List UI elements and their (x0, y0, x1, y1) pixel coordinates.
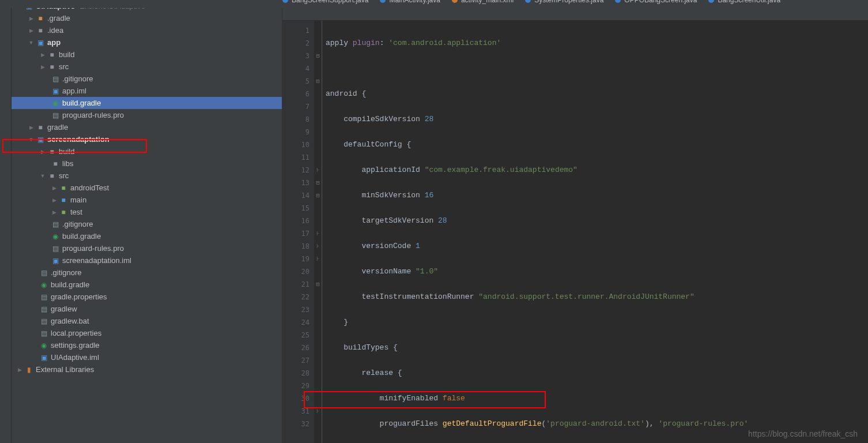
folder-icon: ■ (47, 50, 56, 59)
folder-icon: ■ (59, 208, 68, 217)
folder-icon: ■ (36, 123, 45, 132)
tree-idea-dir[interactable]: ▶■.idea (12, 24, 282, 36)
tree-sa-src[interactable]: ▼■src (12, 170, 282, 182)
tab-mainactivity[interactable]: MainActivity.java (374, 0, 446, 7)
gradle-icon: ◉ (51, 99, 60, 108)
tree-root-gitignore[interactable]: ▤.gitignore (12, 266, 282, 279)
tree-sa-main[interactable]: ▶■main (12, 194, 282, 206)
tab-systemproperties[interactable]: SystemProperties.java (519, 0, 609, 7)
chevron-right-icon: ▶ (51, 209, 58, 215)
tree-app-build[interactable]: ▶■build (12, 48, 282, 61)
tree-local-properties[interactable]: ▤local.properties (12, 327, 282, 339)
watermark: https://blog.csdn.net/freak_csh (748, 429, 858, 438)
chevron-down-icon: ▼ (39, 173, 46, 179)
chevron-right-icon: ▶ (39, 64, 46, 70)
tab-activity-main[interactable]: activity_main.xml (446, 0, 519, 7)
properties-icon: ▤ (39, 292, 48, 302)
chevron-down-icon: ▼ (28, 40, 35, 46)
java-icon (708, 0, 714, 3)
tree-external-libs[interactable]: ▶▮External Libraries (12, 363, 282, 376)
folder-icon: ■ (51, 159, 60, 168)
code-content[interactable]: apply plugin: 'com.android.application' … (322, 21, 868, 443)
iml-icon: ▣ (51, 87, 60, 96)
gradle-icon: ◉ (39, 341, 48, 350)
iml-icon: ▣ (39, 353, 48, 362)
file-icon: ▤ (51, 220, 60, 229)
chevron-right-icon: ▶ (51, 197, 58, 203)
file-icon: ▤ (51, 74, 60, 84)
tree-gradlew[interactable]: ▤gradlew (12, 303, 282, 315)
tree-app-proguard[interactable]: ▤proguard-rules.pro (12, 109, 282, 121)
folder-icon: ■ (47, 62, 56, 72)
tree-sa-build-gradle[interactable]: ◉build.gradle (12, 230, 282, 242)
gradle-icon: ◉ (39, 280, 48, 290)
editor[interactable]: 1234567891011121314151617181920212223242… (282, 0, 868, 443)
highlight-implementation-line (304, 391, 546, 408)
tree-gradle-properties[interactable]: ▤gradle.properties (12, 291, 282, 303)
java-icon (615, 0, 621, 3)
tree-gradle[interactable]: ▶■gradle (12, 121, 282, 133)
properties-icon: ▤ (39, 329, 48, 338)
fold-gutter[interactable]: ⊟ ⊟ ⊦⊟⊟ ⊦⊦⊦ ⊟ ⊦ (314, 21, 322, 443)
chevron-right-icon: ▶ (51, 185, 58, 191)
tree-sa-gitignore[interactable]: ▤.gitignore (12, 218, 282, 230)
file-icon: ▤ (51, 111, 60, 120)
tree-gradle-dir[interactable]: ▶■.gradle (12, 12, 282, 24)
library-icon: ▮ (24, 365, 33, 374)
highlight-screenadaptation (2, 139, 147, 153)
project-tree[interactable]: ▼ ▣ UIAdaptive E:\clone\UIAdaptive ▶■.gr… (12, 0, 282, 443)
tree-sa-androidtest[interactable]: ▶■androidTest (12, 182, 282, 194)
chevron-right-icon: ▶ (28, 28, 35, 33)
tree-sa-libs[interactable]: ■libs (12, 157, 282, 170)
tab-bangscreensupport[interactable]: BangScreenSupport.java (277, 0, 374, 7)
module-icon: ▣ (36, 38, 45, 47)
chevron-right-icon: ▶ (16, 367, 23, 373)
folder-icon: ■ (36, 26, 45, 35)
tool-window-bar[interactable] (0, 0, 12, 443)
folder-icon: ■ (47, 171, 56, 181)
tree-app[interactable]: ▼▣app (12, 36, 282, 48)
editor-tabs[interactable]: BangScreenSupport.java MainActivity.java… (0, 0, 868, 8)
line-numbers: 1234567891011121314151617181920212223242… (282, 21, 314, 443)
tree-root-iml[interactable]: ▣UIAdaptive.iml (12, 351, 282, 363)
folder-icon: ■ (59, 196, 68, 205)
file-icon: ▤ (51, 244, 60, 253)
tree-app-gitignore[interactable]: ▤.gitignore (12, 73, 282, 85)
tree-gradlew-bat[interactable]: ▤gradlew.bat (12, 315, 282, 327)
tree-sa-test[interactable]: ▶■test (12, 206, 282, 218)
tab-bangscreenutil[interactable]: BangScreenUtil.java (703, 0, 786, 7)
chevron-right-icon: ▶ (28, 125, 35, 130)
iml-icon: ▣ (51, 256, 60, 265)
chevron-right-icon: ▶ (39, 52, 46, 58)
tab-oppobangscreen[interactable]: OPPOBangScreen.java (609, 0, 703, 7)
xml-icon (452, 0, 458, 3)
tree-sa-proguard[interactable]: ▤proguard-rules.pro (12, 242, 282, 254)
tree-root-build-gradle[interactable]: ◉build.gradle (12, 279, 282, 291)
tree-app-iml[interactable]: ▣app.iml (12, 85, 282, 97)
java-icon (282, 0, 288, 3)
folder-icon: ■ (36, 14, 45, 23)
tree-app-src[interactable]: ▶■src (12, 61, 282, 73)
java-icon (380, 0, 386, 3)
tree-settings-gradle[interactable]: ◉settings.gradle (12, 339, 282, 351)
file-icon: ▤ (39, 317, 48, 326)
java-icon (525, 0, 531, 3)
gradle-icon: ◉ (51, 232, 60, 241)
file-icon: ▤ (39, 268, 48, 277)
folder-icon: ■ (59, 183, 68, 193)
tree-app-build-gradle[interactable]: ◉build.gradle (12, 97, 282, 109)
tree-sa-iml[interactable]: ▣screenadaptation.iml (12, 254, 282, 266)
file-icon: ▤ (39, 305, 48, 314)
chevron-right-icon: ▶ (28, 16, 35, 21)
